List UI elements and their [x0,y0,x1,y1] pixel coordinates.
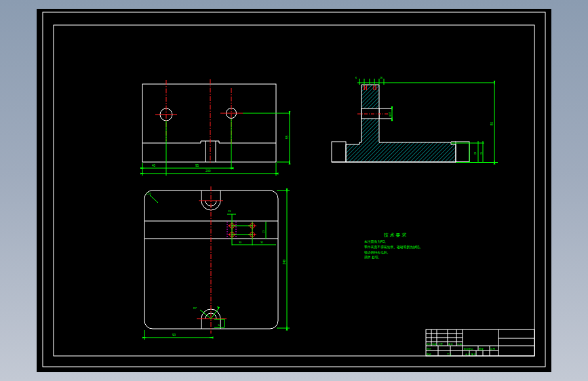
titleblock-weight-label: 重量 [479,347,484,350]
titleblock-rev-mark: 标记 [426,343,431,346]
cad-viewer-window: 40 95 200 55 6 16 [0,0,588,381]
titleblock-rev-sign: 签名 [448,343,453,346]
plan-dim-chamfer: C10 [146,193,151,195]
front-dim-height: 55 [286,135,289,139]
plan-dim-hole-w2: 35 [260,241,263,244]
section-dim-top-a: 6 [355,77,357,79]
titleblock-role-check: 审核 [427,353,431,356]
cad-viewport: 40 95 200 55 6 16 [0,0,588,381]
section-dim-step-b: 25 [480,152,483,155]
titleblock-role-design: 设计 [427,347,431,350]
section-dim-step-a: 20 [474,152,477,155]
plan-dim-hole-v: 13 [262,230,265,233]
titleblock-sheet-label: 共 张 第 张 [465,353,477,356]
titleblock-role-process: 工艺 [447,353,452,356]
plan-dim-radius: R7 [193,307,197,310]
tech-requirements-line-1: 未注圆角为R3。 [364,239,388,243]
tech-requirements-title: 技术要求 [383,233,408,238]
plan-dim-arch: 14 [218,324,220,327]
tech-requirements-line-4: 调质 处理。 [364,255,381,260]
section-dim-top-b: 16 [380,77,383,79]
section-dim-height: 80 [490,121,494,125]
drawing-canvas[interactable] [37,9,551,372]
section-dim-hole: φ10 [389,112,391,117]
titleblock-stage-label: 阶段标记 [464,347,473,350]
plan-dim-overall: 240 [283,259,286,264]
titleblock-rev-zone: 分区 [438,343,443,346]
titleblock-rev-date: 日期 [457,343,462,346]
tech-requirements-line-3: 锐边倒钝去毛刺。 [364,250,390,255]
front-dim-spacing: 95 [195,164,199,167]
titleblock-scale-label: 比例 [490,348,495,350]
titleblock-rev-count: 处数 [432,342,437,346]
plan-dim-hole-h: 13 [228,210,231,213]
front-dim-offset: 40 [152,164,156,167]
front-dim-width: 200 [205,169,211,173]
tech-requirements-line-2: 零件表面不得有划痕、磕碰等损伤缺陷。 [364,245,423,249]
plan-dim-half-width: 90 [172,334,176,337]
plan-dim-hole-w1: 30 [239,241,241,244]
